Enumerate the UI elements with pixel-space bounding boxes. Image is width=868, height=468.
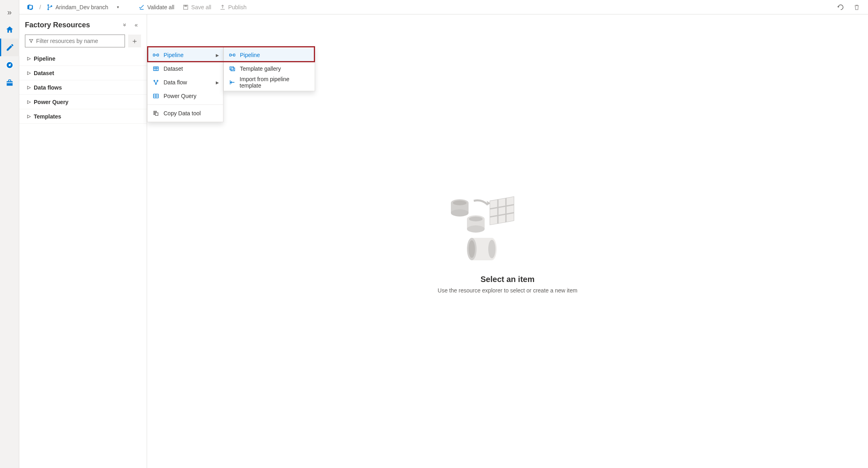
add-menu-copydata[interactable]: Copy Data tool — [147, 106, 223, 120]
resource-sidebar: Factory Resources » « ＋ ▷ Pipeline — [19, 14, 147, 468]
upload-icon — [219, 4, 226, 10]
pipeline-icon — [229, 52, 236, 58]
filter-input[interactable] — [36, 38, 121, 44]
menu-item-label: Template gallery — [240, 65, 281, 72]
empty-placeholder: Select an item Use the resource explorer… — [438, 189, 577, 294]
publish-button[interactable]: Publish — [217, 1, 249, 14]
rail-home-button[interactable] — [0, 21, 19, 39]
rail-author-button[interactable] — [0, 39, 19, 56]
add-menu-dataset[interactable]: Dataset — [147, 62, 223, 76]
add-menu-dataflow[interactable]: Data flow ▶ — [147, 76, 223, 89]
menu-item-label: Pipeline — [240, 52, 260, 58]
rail-monitor-button[interactable] — [0, 56, 19, 74]
caret-right-icon: ▷ — [27, 114, 31, 119]
menu-divider — [147, 104, 223, 105]
svg-point-4 — [48, 9, 49, 10]
tree-item-label: Pipeline — [34, 55, 55, 62]
table-icon — [152, 65, 160, 72]
sidebar-title: Factory Resources — [25, 21, 90, 29]
tree-item-label: Data flows — [34, 84, 62, 91]
caret-right-icon: ▷ — [27, 56, 31, 61]
branch-icon — [47, 4, 53, 10]
submenu-import-template[interactable]: Import from pipeline template — [224, 76, 315, 89]
save-all-button[interactable]: Save all — [180, 1, 214, 14]
caret-right-icon: ▶ — [216, 80, 219, 85]
svg-rect-2 — [6, 82, 12, 83]
tree-item-templates[interactable]: ▷ Templates — [19, 109, 147, 124]
pencil-icon — [6, 43, 14, 52]
svg-rect-39 — [229, 54, 231, 56]
chevron-double-right-icon: » — [7, 8, 12, 17]
breadcrumb-separator: / — [39, 4, 41, 10]
submenu-pipeline[interactable]: Pipeline — [224, 48, 315, 62]
menu-item-label: Data flow — [164, 79, 187, 86]
svg-rect-28 — [154, 67, 158, 70]
home-icon — [5, 25, 14, 34]
delete-button[interactable] — [850, 1, 863, 14]
collapse-sidebar-button[interactable]: « — [131, 20, 141, 30]
pipeline-icon — [152, 52, 160, 58]
plus-icon: ＋ — [131, 36, 138, 46]
refresh-button[interactable] — [834, 1, 847, 14]
add-menu-pipeline[interactable]: Pipeline ▶ — [147, 48, 223, 62]
svg-point-32 — [154, 80, 155, 82]
double-chevron-down-icon: » — [122, 23, 128, 27]
menu-item-label: Import from pipeline template — [240, 76, 310, 89]
rail-manage-button[interactable] — [0, 74, 19, 92]
svg-point-3 — [48, 4, 49, 6]
dataflow-icon — [152, 79, 160, 86]
tree-item-powerquery[interactable]: ▷ Power Query — [19, 95, 147, 109]
validate-all-button[interactable]: Validate all — [136, 1, 176, 14]
svg-point-24 — [469, 240, 475, 258]
svg-rect-40 — [233, 54, 235, 56]
trash-icon — [853, 4, 860, 11]
validate-all-label: Validate all — [147, 4, 174, 10]
tree-item-label: Dataset — [34, 70, 54, 76]
caret-right-icon: ▶ — [216, 53, 219, 57]
checkmark-list-icon — [138, 4, 145, 10]
tree-item-label: Power Query — [34, 99, 68, 105]
placeholder-subtitle: Use the resource explorer to select or c… — [438, 287, 577, 294]
resource-tree: ▷ Pipeline ▷ Dataset ▷ Data flows ▷ Powe… — [19, 51, 147, 124]
rail-expand-button[interactable]: » — [0, 3, 19, 21]
caret-right-icon: ▷ — [27, 85, 31, 90]
submenu-template-gallery[interactable]: Template gallery — [224, 62, 315, 76]
pipeline-submenu: Pipeline Template gallery Import from pi… — [223, 46, 315, 91]
tree-item-dataset[interactable]: ▷ Dataset — [19, 66, 147, 80]
svg-rect-27 — [157, 54, 159, 56]
caret-right-icon: ▷ — [27, 99, 31, 104]
gauge-icon — [6, 61, 14, 69]
svg-rect-38 — [156, 113, 158, 116]
svg-point-33 — [157, 80, 158, 82]
menu-item-label: Pipeline — [164, 52, 184, 58]
svg-point-34 — [156, 84, 157, 85]
tree-item-pipeline[interactable]: ▷ Pipeline — [19, 51, 147, 66]
tree-item-dataflows[interactable]: ▷ Data flows — [19, 80, 147, 95]
copydata-icon — [152, 110, 160, 116]
placeholder-illustration — [438, 189, 577, 265]
top-toolbar: / Arindam_Dev branch ▾ Validate all Save… — [19, 0, 868, 14]
menu-item-label: Dataset — [164, 65, 183, 72]
filter-input-wrapper[interactable] — [25, 35, 125, 47]
svg-point-19 — [467, 225, 485, 233]
svg-rect-42 — [231, 68, 235, 71]
svg-rect-7 — [184, 5, 186, 6]
devops-icon-button[interactable] — [24, 1, 36, 14]
svg-point-10 — [451, 209, 469, 217]
azure-devops-icon — [27, 4, 34, 11]
publish-label: Publish — [228, 4, 247, 10]
double-chevron-left-icon: « — [135, 22, 138, 28]
menu-item-label: Copy Data tool — [164, 110, 201, 116]
svg-rect-26 — [153, 54, 155, 56]
tree-item-label: Templates — [34, 113, 61, 120]
branch-dropdown[interactable]: Arindam_Dev branch ▾ — [44, 1, 122, 14]
expand-all-button[interactable]: » — [120, 20, 130, 30]
add-menu-powerquery[interactable]: Power Query — [147, 89, 223, 103]
add-resource-button[interactable]: ＋ — [128, 35, 141, 47]
svg-point-25 — [488, 240, 495, 258]
branch-label: Arindam_Dev branch — [55, 4, 108, 10]
caret-right-icon: ▷ — [27, 70, 31, 76]
filter-icon — [29, 38, 34, 44]
chevron-down-icon: ▾ — [117, 5, 119, 9]
svg-point-20 — [469, 217, 483, 221]
